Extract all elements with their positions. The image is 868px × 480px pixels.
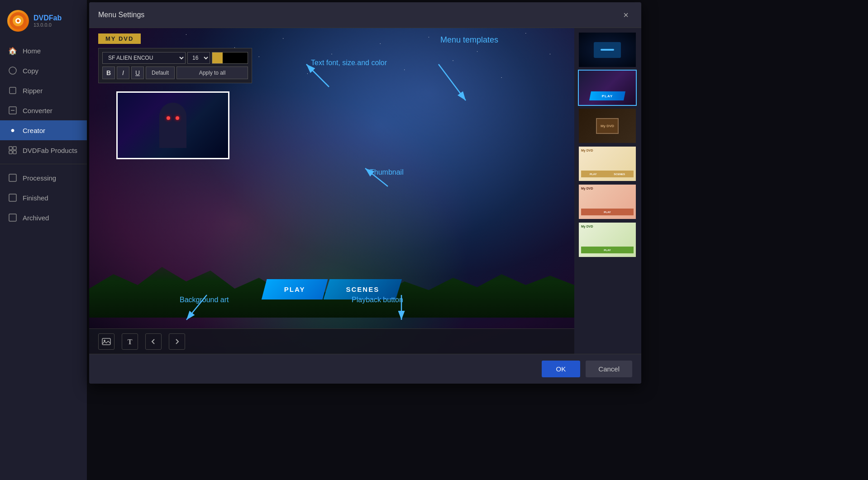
font-family-select[interactable]: SF ALIEN ENCOU (102, 52, 186, 64)
svg-rect-11 (13, 151, 16, 154)
next-button[interactable] (169, 333, 185, 350)
svg-rect-13 (9, 194, 16, 201)
text-button[interactable]: T (122, 333, 138, 350)
dialog-body: MY DVD SF ALIEN ENCOU 16 (89, 28, 641, 354)
svg-point-3 (17, 19, 19, 22)
sidebar-label-converter: Converter (23, 107, 52, 114)
dialog-title-bar: Menu Settings × (89, 2, 641, 28)
font-format-row: B I U Default Apply to all (102, 67, 248, 79)
sidebar-item-archived[interactable]: Archived (0, 208, 87, 228)
playback-button-area: PLAY SCENES (262, 279, 402, 299)
svg-rect-5 (10, 87, 16, 94)
svg-point-4 (9, 67, 16, 74)
converter-icon (8, 106, 17, 115)
processing-icon (8, 173, 17, 182)
svg-rect-10 (9, 151, 12, 154)
copy-icon (8, 66, 17, 75)
sidebar-label-creator: Creator (23, 127, 45, 134)
template-thumb-6[interactable]: My DVD PLAY (578, 222, 637, 258)
dialog-title: Menu Settings (98, 11, 144, 19)
sidebar-item-processing[interactable]: Processing (0, 168, 87, 188)
dvd-title-tab[interactable]: MY DVD (98, 33, 141, 44)
font-size-select[interactable]: 16 (187, 52, 210, 64)
svg-text:T: T (128, 338, 133, 346)
bold-button[interactable]: B (102, 67, 115, 79)
ok-button[interactable]: OK (542, 361, 581, 377)
brand-name: DVDFab (33, 14, 62, 22)
thumb-eyes (167, 116, 179, 120)
chevron-right-icon (173, 338, 181, 345)
cancel-button[interactable]: Cancel (586, 361, 632, 377)
logo-text: DVDFab 13.0.0.0 (33, 14, 62, 28)
thumb-eye-right (176, 116, 179, 120)
version-label: 13.0.0.0 (33, 22, 62, 28)
sidebar-item-copy[interactable]: Copy (0, 61, 87, 81)
main-content: Menu Settings × MY DVD (87, 0, 868, 480)
logo-icon (7, 10, 29, 32)
play-button[interactable]: PLAY (262, 279, 328, 299)
prev-button[interactable] (145, 333, 162, 350)
template-thumb-4[interactable]: My DVD PLAY SCENES (578, 146, 637, 182)
sidebar-label-processing: Processing (23, 174, 56, 182)
font-color-picker[interactable] (212, 52, 248, 64)
italic-button[interactable]: I (117, 67, 129, 79)
sidebar-label-home: Home (23, 47, 41, 55)
thumbnail-box[interactable] (116, 91, 229, 159)
template-thumb-5[interactable]: My DVD PLAY (578, 184, 637, 220)
font-controls-row: SF ALIEN ENCOU 16 (102, 52, 248, 64)
sidebar-label-ripper: Ripper (23, 87, 43, 95)
home-icon: 🏠 (8, 46, 17, 55)
svg-rect-12 (9, 174, 16, 181)
svg-rect-8 (9, 147, 12, 150)
finished-icon (8, 193, 17, 202)
archived-icon (8, 213, 17, 222)
scenes-button[interactable]: SCENES (323, 279, 402, 299)
dialog-overlay: Menu Settings × MY DVD (87, 0, 868, 480)
logo-area: DVDFab 13.0.0.0 (0, 5, 87, 41)
sidebar-label-finished: Finished (23, 194, 48, 202)
ripper-icon (8, 86, 17, 95)
dialog-close-button[interactable]: × (620, 9, 632, 21)
dvdfab-products-icon (8, 146, 17, 155)
apply-to-all-button[interactable]: Apply to all (176, 67, 248, 79)
sidebar: DVDFab 13.0.0.0 🏠 Home Copy Ripper Conve… (0, 0, 87, 480)
font-toolbar: SF ALIEN ENCOU 16 B I U (98, 48, 252, 83)
default-button[interactable]: Default (146, 67, 175, 79)
thumb-eye-left (167, 116, 170, 120)
sidebar-item-converter[interactable]: Converter (0, 100, 87, 120)
menu-settings-dialog: Menu Settings × MY DVD (89, 2, 641, 384)
creator-icon: ● (8, 126, 17, 135)
background-art-button[interactable] (98, 333, 114, 350)
sidebar-item-home[interactable]: 🏠 Home (0, 41, 87, 61)
canvas-area[interactable]: MY DVD SF ALIEN ENCOU 16 (89, 28, 574, 354)
sidebar-divider (0, 164, 87, 164)
sidebar-navigation: 🏠 Home Copy Ripper Converter ● Creator (0, 41, 87, 480)
image-icon (102, 337, 111, 346)
underline-button[interactable]: U (131, 67, 144, 79)
dvd-title-area: MY DVD (98, 33, 141, 44)
template-panel: PLAY My DVD My DVD (574, 28, 641, 354)
svg-rect-20 (102, 338, 110, 345)
text-icon: T (125, 337, 134, 346)
svg-rect-9 (13, 147, 16, 150)
sidebar-label-copy: Copy (23, 67, 38, 75)
chevron-left-icon (150, 338, 157, 345)
sidebar-label-archived: Archived (23, 214, 49, 222)
template-thumb-2[interactable]: PLAY (578, 70, 637, 106)
canvas-wrapper: MY DVD SF ALIEN ENCOU 16 (89, 28, 574, 354)
thumbnail-preview (118, 93, 228, 158)
sidebar-item-finished[interactable]: Finished (0, 188, 87, 208)
template-thumb-1[interactable] (578, 32, 637, 68)
sidebar-item-ripper[interactable]: Ripper (0, 81, 87, 100)
sidebar-item-creator[interactable]: ● Creator (0, 120, 87, 140)
svg-rect-14 (9, 214, 16, 221)
sidebar-item-dvdfab-products[interactable]: DVDFab Products (0, 140, 87, 160)
dialog-footer: OK Cancel (89, 354, 641, 384)
thumb-figure (159, 103, 186, 148)
sidebar-label-dvdfab-products: DVDFab Products (23, 147, 77, 154)
template-thumb-3[interactable]: My DVD (578, 108, 637, 144)
canvas-toolbar: T (89, 328, 574, 354)
